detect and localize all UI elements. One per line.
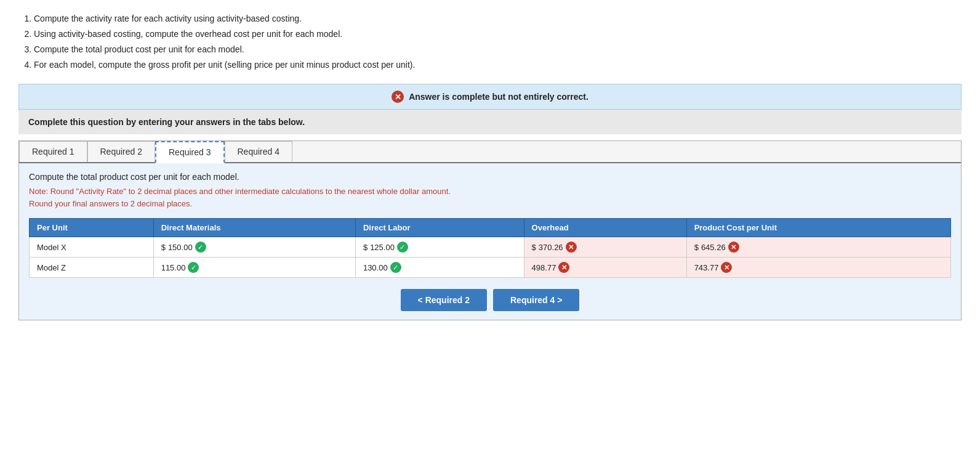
tab-required-3[interactable]: Required 3 bbox=[155, 141, 225, 163]
col-header-overhead: Overhead bbox=[524, 219, 686, 237]
table-row-model-z: Model Z 115.00 ✓ 130.00 ✓ bbox=[30, 258, 951, 278]
instruction-3: Compute the total product cost per unit … bbox=[34, 43, 962, 56]
prev-required-2-button[interactable]: < Required 2 bbox=[401, 289, 487, 311]
model-z-overhead: 498.77 ✕ bbox=[524, 258, 686, 278]
tab-required-4[interactable]: Required 4 bbox=[225, 141, 293, 162]
main-container: Required 1 Required 2 Required 3 Require… bbox=[18, 140, 962, 320]
model-x-oh-x-icon: ✕ bbox=[566, 242, 577, 253]
model-x-dm-prefix: $ bbox=[161, 243, 166, 252]
model-x-product-cost: $ 645.26 ✕ bbox=[686, 237, 950, 258]
model-x-pc-value: 645.26 bbox=[701, 243, 726, 252]
model-z-direct-materials: 115.00 ✓ bbox=[153, 258, 355, 278]
instruction-2: Using activity-based costing, compute th… bbox=[34, 28, 962, 41]
model-z-pc-x-icon: ✕ bbox=[721, 262, 732, 273]
model-z-label: Model Z bbox=[30, 258, 154, 278]
instructions-section: Compute the activity rate for each activ… bbox=[18, 12, 962, 71]
model-x-dl-prefix: $ bbox=[363, 243, 367, 252]
model-x-oh-value: 370.26 bbox=[539, 243, 563, 252]
col-header-product-cost: Product Cost per Unit bbox=[686, 219, 950, 237]
model-x-overhead: $ 370.26 ✕ bbox=[524, 237, 686, 258]
tab-note: Note: Round "Activity Rate" to 2 decimal… bbox=[29, 185, 951, 209]
model-x-dl-check-icon: ✓ bbox=[397, 242, 408, 253]
model-z-dm-check-icon: ✓ bbox=[188, 262, 199, 273]
answer-banner: ✕ Answer is complete but not entirely co… bbox=[18, 84, 962, 110]
model-x-direct-labor: $ 125.00 ✓ bbox=[355, 237, 524, 258]
model-x-label: Model X bbox=[30, 237, 154, 258]
next-required-4-button[interactable]: Required 4 > bbox=[493, 289, 579, 311]
banner-error-icon: ✕ bbox=[392, 91, 404, 103]
nav-buttons: < Required 2 Required 4 > bbox=[29, 289, 951, 311]
tab-description: Compute the total product cost per unit … bbox=[29, 172, 951, 182]
model-x-oh-prefix: $ bbox=[532, 243, 536, 252]
model-z-dl-value: 130.00 bbox=[363, 263, 388, 272]
model-x-pc-prefix: $ bbox=[694, 243, 699, 252]
model-z-oh-value: 498.77 bbox=[532, 263, 556, 272]
model-x-pc-x-icon: ✕ bbox=[728, 242, 739, 253]
model-z-pc-value: 743.77 bbox=[694, 263, 719, 272]
model-z-direct-labor: 130.00 ✓ bbox=[355, 258, 524, 278]
col-header-per-unit: Per Unit bbox=[30, 219, 154, 237]
tab-required-2[interactable]: Required 2 bbox=[87, 141, 156, 162]
tabs-row: Required 1 Required 2 Required 3 Require… bbox=[19, 141, 961, 163]
model-z-dl-check-icon: ✓ bbox=[390, 262, 401, 273]
model-x-dm-check-icon: ✓ bbox=[195, 242, 206, 253]
tab-content: Compute the total product cost per unit … bbox=[19, 163, 961, 320]
model-z-dm-value: 115.00 bbox=[161, 263, 186, 272]
table-row-model-x: Model X $ 150.00 ✓ $ 125.00 ✓ bbox=[30, 237, 951, 258]
data-table: Per Unit Direct Materials Direct Labor O… bbox=[29, 218, 951, 278]
instruction-4: For each model, compute the gross profit… bbox=[34, 59, 962, 71]
model-z-oh-x-icon: ✕ bbox=[558, 262, 569, 273]
col-header-direct-labor: Direct Labor bbox=[355, 219, 524, 237]
instruction-1: Compute the activity rate for each activ… bbox=[34, 12, 962, 25]
banner-text: Answer is complete but not entirely corr… bbox=[409, 92, 588, 102]
model-z-product-cost: 743.77 ✕ bbox=[686, 258, 950, 278]
model-x-dl-value: 125.00 bbox=[370, 243, 395, 252]
model-x-dm-value: 150.00 bbox=[168, 243, 193, 252]
model-x-direct-materials: $ 150.00 ✓ bbox=[153, 237, 355, 258]
tab-required-1[interactable]: Required 1 bbox=[19, 141, 87, 162]
complete-section: Complete this question by entering your … bbox=[18, 110, 962, 134]
col-header-direct-materials: Direct Materials bbox=[153, 219, 355, 237]
